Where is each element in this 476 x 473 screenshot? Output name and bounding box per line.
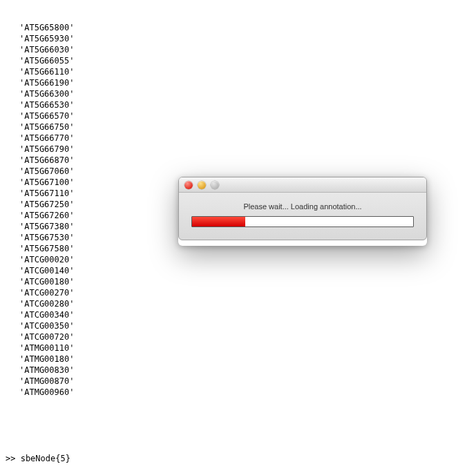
gene-id: 'AT5G66530' [3,99,476,110]
gene-id: 'ATMG00830' [3,365,476,376]
zoom-icon [211,181,219,189]
progress-dialog: Please wait... Loading annotation... [178,177,427,246]
dialog-body: Please wait... Loading annotation... [179,193,426,240]
gene-id: 'AT5G66870' [3,155,476,166]
gene-id: 'AT5G65800' [3,22,476,33]
gene-id: 'AT5G66570' [3,110,476,122]
gene-id: 'ATCG00140' [3,265,476,276]
gene-id: 'AT5G66300' [3,88,476,99]
gene-id: 'AT5G66190' [3,77,476,88]
gene-id: 'AT5G66030' [3,44,476,55]
gene-id: 'ATCG00720' [3,331,476,342]
gene-id: 'ATCG00280' [3,298,476,309]
gene-id: 'AT5G67060' [3,166,476,177]
gene-id: 'AT5G66790' [3,144,476,155]
dialog-titlebar[interactable] [179,177,426,193]
gene-id: 'ATMG00960' [3,387,476,398]
close-icon[interactable] [184,181,193,189]
progress-fill [192,217,245,226]
gene-id: 'AT5G65930' [3,33,476,44]
gene-id: 'ATCG00180' [3,276,476,287]
gene-id: 'ATMG00870' [3,376,476,387]
gene-id: 'ATMG00110' [3,342,476,354]
dialog-message: Please wait... Loading annotation... [191,202,414,211]
gene-id: 'AT5G66055' [3,55,476,66]
progress-bar [191,216,414,227]
command-sbenode: >> sbeNode{5} [3,453,476,464]
gene-id: 'ATCG00340' [3,309,476,320]
gene-id: 'ATCG00020' [3,254,476,265]
gene-id: 'ATCG00350' [3,320,476,331]
gene-id: 'AT5G66770' [3,133,476,144]
minimize-icon[interactable] [198,181,206,189]
gene-id: 'ATMG00180' [3,354,476,365]
gene-id: 'ATCG00270' [3,287,476,298]
gene-id: 'AT5G66750' [3,122,476,133]
gene-id: 'AT5G66110' [3,66,476,77]
